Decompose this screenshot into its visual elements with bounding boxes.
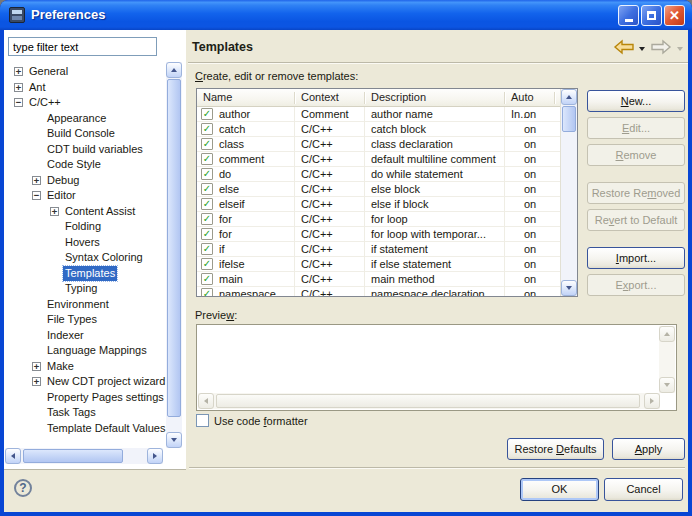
tree-item-general[interactable]: +General — [4, 64, 166, 80]
tree-item-file-types[interactable]: File Types — [4, 312, 166, 328]
scroll-left-icon[interactable] — [5, 448, 21, 464]
template-row-class[interactable]: ✓classC/C++class declarationon — [197, 137, 560, 152]
scroll-down-icon[interactable] — [561, 280, 577, 296]
tree-item-c-c[interactable]: −C/C++ — [4, 95, 166, 111]
template-row-do[interactable]: ✓doC/C++do while statementon — [197, 167, 560, 182]
template-enabled-checkbox[interactable]: ✓ — [201, 273, 213, 285]
preferences-dialog: Preferences ✕ +General+Ant−C/C++Appearan… — [0, 0, 692, 516]
tree-item-task-tags[interactable]: Task Tags — [4, 405, 166, 421]
template-enabled-checkbox[interactable]: ✓ — [201, 168, 213, 180]
minimize-button[interactable] — [618, 5, 639, 26]
back-dropdown-icon[interactable] — [639, 47, 645, 51]
template-name: do — [219, 167, 231, 181]
tree-item-ant[interactable]: +Ant — [4, 80, 166, 96]
app-window-icon[interactable] — [9, 7, 25, 23]
template-row-namespace[interactable]: ✓namespaceC/C++namespace declarationon — [197, 287, 560, 296]
template-row-author[interactable]: ✓authorCommentauthor nameon — [197, 107, 560, 122]
expand-toggle-icon[interactable]: + — [50, 207, 59, 216]
template-description: else block — [365, 182, 505, 197]
tree-item-code-style[interactable]: Code Style — [4, 157, 166, 173]
tree-hscroll-thumb[interactable] — [23, 449, 123, 463]
column-header-description[interactable]: Description — [365, 89, 505, 107]
template-row-else[interactable]: ✓elseC/C++else blockon — [197, 182, 560, 197]
expand-toggle-icon[interactable]: + — [14, 83, 23, 92]
scroll-up-icon[interactable] — [166, 62, 182, 78]
template-context: C/C++ — [295, 242, 365, 257]
scroll-down-icon[interactable] — [166, 432, 182, 448]
tree-item-environment[interactable]: Environment — [4, 297, 166, 313]
tree-item-cdt-build-variables[interactable]: CDT build variables — [4, 142, 166, 158]
filter-input[interactable] — [8, 37, 157, 56]
expand-toggle-icon[interactable]: + — [32, 377, 41, 386]
tree-item-typing[interactable]: Typing — [4, 281, 166, 297]
tree-item-property-pages-settings[interactable]: Property Pages settings — [4, 390, 166, 406]
template-enabled-checkbox[interactable]: ✓ — [201, 228, 213, 240]
tree-item-language-mappings[interactable]: Language Mappings — [4, 343, 166, 359]
help-button[interactable]: ? — [14, 479, 32, 497]
template-enabled-checkbox[interactable]: ✓ — [201, 243, 213, 255]
ok-button[interactable]: OK — [520, 478, 599, 501]
templates-table[interactable]: NameContextDescriptionAuto In... ✓author… — [196, 88, 578, 297]
template-enabled-checkbox[interactable]: ✓ — [201, 138, 213, 150]
template-enabled-checkbox[interactable]: ✓ — [201, 123, 213, 135]
table-vertical-scrollbar[interactable] — [560, 89, 577, 296]
back-icon[interactable] — [613, 39, 635, 55]
template-row-for[interactable]: ✓forC/C++for loop with temporar...on — [197, 227, 560, 242]
template-description: catch block — [365, 122, 505, 137]
tree-item-hovers[interactable]: Hovers — [4, 235, 166, 251]
template-enabled-checkbox[interactable]: ✓ — [201, 108, 213, 120]
tree-horizontal-scrollbar[interactable] — [5, 448, 163, 464]
expand-toggle-icon[interactable]: + — [32, 362, 41, 371]
collapse-toggle-icon[interactable]: − — [32, 191, 41, 200]
template-row-for[interactable]: ✓forC/C++for loopon — [197, 212, 560, 227]
template-enabled-checkbox[interactable]: ✓ — [201, 258, 213, 270]
tree-item-debug[interactable]: +Debug — [4, 173, 166, 189]
template-auto-insert: on — [505, 197, 555, 212]
template-row-ifelse[interactable]: ✓ifelseC/C++if else statementon — [197, 257, 560, 272]
tree-vertical-scrollbar[interactable] — [166, 62, 182, 448]
tree-item-template-default-values[interactable]: Template Default Values — [4, 421, 166, 437]
tree-item-new-cdt-project-wizard[interactable]: +New CDT project wizard — [4, 374, 166, 390]
tree-item-indexer[interactable]: Indexer — [4, 328, 166, 344]
template-auto-insert: on — [505, 137, 555, 152]
scroll-up-icon[interactable] — [561, 89, 577, 105]
template-row-catch[interactable]: ✓catchC/C++catch blockon — [197, 122, 560, 137]
use-code-formatter-checkbox[interactable] — [196, 414, 209, 427]
column-header-context[interactable]: Context — [295, 89, 365, 107]
restore-defaults-button[interactable]: Restore Defaults — [507, 438, 604, 460]
template-row-comment[interactable]: ✓commentC/C++default multiline commenton — [197, 152, 560, 167]
tree-item-appearance[interactable]: Appearance — [4, 111, 166, 127]
tree-item-syntax-coloring[interactable]: Syntax Coloring — [4, 250, 166, 266]
column-header-name[interactable]: Name — [197, 89, 295, 107]
tree-item-build-console[interactable]: Build Console — [4, 126, 166, 142]
tree-item-content-assist[interactable]: +Content Assist — [4, 204, 166, 220]
new-button[interactable]: New... — [587, 90, 685, 112]
table-vscroll-thumb[interactable] — [562, 106, 576, 132]
template-enabled-checkbox[interactable]: ✓ — [201, 153, 213, 165]
use-code-formatter-option[interactable]: Use code formatter — [196, 414, 308, 427]
apply-button[interactable]: Apply — [612, 438, 685, 460]
close-button[interactable]: ✕ — [664, 5, 685, 26]
tree-item-editor[interactable]: −Editor — [4, 188, 166, 204]
titlebar[interactable]: Preferences ✕ — [0, 0, 692, 30]
template-enabled-checkbox[interactable]: ✓ — [201, 288, 213, 296]
import-button[interactable]: Import... — [587, 247, 685, 269]
template-enabled-checkbox[interactable]: ✓ — [201, 198, 213, 210]
tree-item-folding[interactable]: Folding — [4, 219, 166, 235]
expand-toggle-icon[interactable]: + — [14, 67, 23, 76]
template-row-if[interactable]: ✓ifC/C++if statementon — [197, 242, 560, 257]
preview-area[interactable] — [196, 324, 677, 411]
template-enabled-checkbox[interactable]: ✓ — [201, 213, 213, 225]
cancel-button[interactable]: Cancel — [604, 478, 683, 501]
expand-toggle-icon[interactable]: + — [32, 176, 41, 185]
template-enabled-checkbox[interactable]: ✓ — [201, 183, 213, 195]
tree-vscroll-thumb[interactable] — [167, 79, 181, 417]
tree-item-templates[interactable]: Templates — [4, 266, 166, 282]
template-row-main[interactable]: ✓mainC/C++main methodon — [197, 272, 560, 287]
scroll-right-icon[interactable] — [147, 448, 163, 464]
tree-item-make[interactable]: +Make — [4, 359, 166, 375]
collapse-toggle-icon[interactable]: − — [14, 98, 23, 107]
column-header-auto-in[interactable]: Auto In... — [505, 89, 555, 107]
maximize-button[interactable] — [641, 5, 662, 26]
template-row-elseif[interactable]: ✓elseifC/C++else if blockon — [197, 197, 560, 212]
